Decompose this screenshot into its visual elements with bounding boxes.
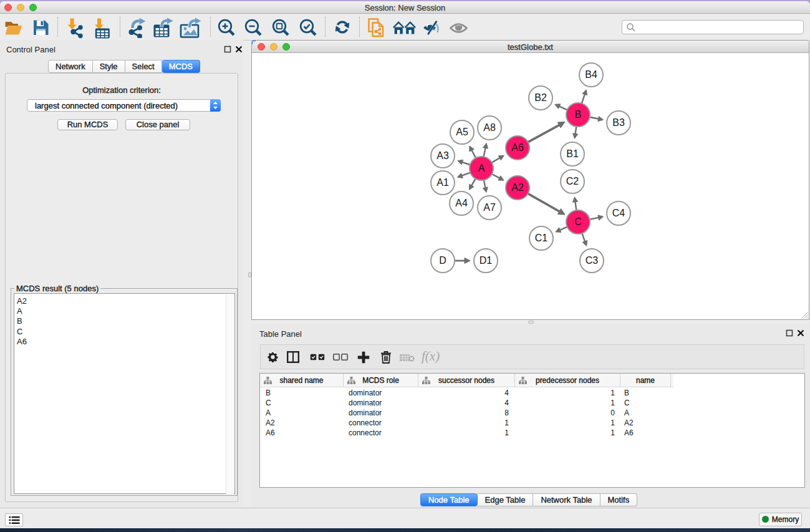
svg-text:A2: A2 [511, 182, 524, 193]
svg-text:C1: C1 [535, 233, 548, 243]
svg-text:C2: C2 [566, 176, 579, 186]
svg-text:D: D [439, 255, 446, 266]
svg-text:C4: C4 [612, 208, 625, 218]
svg-text:C: C [574, 216, 582, 227]
svg-text:A5: A5 [456, 127, 468, 137]
svg-text:B2: B2 [534, 92, 547, 103]
svg-text:A6: A6 [511, 142, 524, 153]
svg-text:A8: A8 [483, 122, 496, 133]
svg-text:B: B [575, 109, 582, 120]
svg-text:A: A [478, 163, 485, 173]
svg-text:B4: B4 [585, 69, 597, 80]
svg-text:A4: A4 [455, 198, 468, 208]
svg-text:D1: D1 [480, 255, 493, 266]
svg-text:A3: A3 [436, 150, 449, 161]
svg-text:C3: C3 [586, 255, 599, 266]
svg-text:A1: A1 [436, 177, 449, 188]
svg-text:B3: B3 [612, 117, 625, 128]
svg-text:B1: B1 [566, 148, 579, 159]
svg-text:A7: A7 [483, 202, 496, 213]
